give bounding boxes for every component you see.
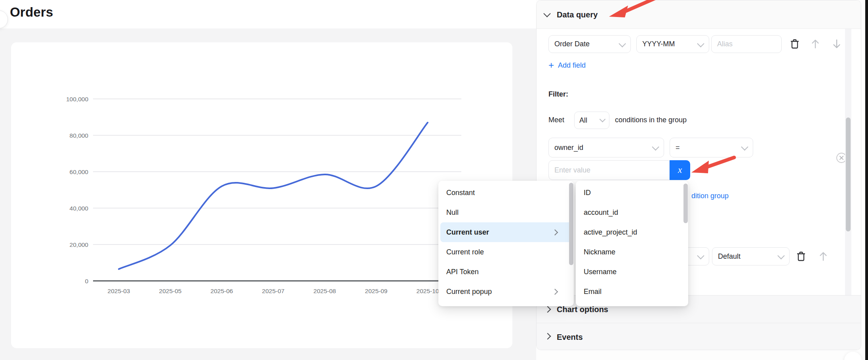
move-row-up-button[interactable]: [816, 249, 830, 263]
svg-text:2025-08: 2025-08: [314, 288, 336, 294]
arrow-down-icon: [832, 39, 842, 49]
orders-chart-card: 020,00040,00060,00080,000100,0002025-032…: [11, 42, 512, 348]
logic-select[interactable]: All: [574, 112, 609, 129]
svg-text:60,000: 60,000: [70, 169, 89, 175]
menu-item-label: Email: [584, 288, 602, 296]
submenu-item-account-id[interactable]: account_id: [576, 203, 688, 222]
svg-text:20,000: 20,000: [70, 241, 89, 248]
events-title: Events: [557, 332, 583, 341]
delete-row-button[interactable]: [794, 249, 808, 263]
menu-item-label: API Token: [446, 268, 479, 276]
field-select-value: Order Date: [554, 40, 590, 48]
chevron-down-icon: [652, 143, 659, 150]
menu-item-label: Current user: [446, 228, 489, 237]
chevron-down-icon: [600, 116, 606, 123]
alias-input[interactable]: Alias: [711, 35, 782, 53]
add-field-link[interactable]: + Add field: [548, 61, 586, 70]
svg-text:100,000: 100,000: [66, 96, 88, 102]
variable-x-label: x: [678, 165, 682, 175]
chevron-right-icon: [552, 229, 558, 235]
menu-item-label: active_project_id: [584, 228, 637, 237]
condition-value-input[interactable]: Enter value: [548, 160, 670, 180]
arrow-up-icon: [818, 251, 828, 261]
format-select[interactable]: YYYY-MM: [636, 35, 709, 53]
chevron-down-icon: [543, 10, 550, 17]
chevron-down-icon: [777, 252, 784, 259]
submenu-item-id[interactable]: ID: [576, 183, 688, 203]
condition-operator-select[interactable]: =: [670, 138, 753, 157]
menu-item-null[interactable]: Null: [438, 203, 574, 222]
panel-scrollbar-thumb[interactable]: [846, 117, 851, 231]
menu-item-label: ID: [584, 189, 591, 197]
chevron-right-icon: [544, 333, 551, 340]
add-field-label: Add field: [558, 61, 586, 70]
user-fields-submenu: ID account_id active_project_id Nickname…: [576, 181, 688, 306]
trash-icon: [796, 251, 806, 261]
window-edge: [865, 0, 868, 360]
menu-item-api-token[interactable]: API Token: [438, 262, 574, 282]
meet-prefix: Meet: [548, 116, 564, 124]
orders-line-chart: 020,00040,00060,00080,000100,0002025-032…: [11, 42, 512, 348]
menu-item-label: Username: [584, 268, 617, 276]
submenu-item-email[interactable]: Email: [576, 282, 688, 301]
alias-placeholder: Alias: [717, 40, 733, 48]
svg-text:2025-09: 2025-09: [365, 288, 388, 294]
field-select[interactable]: Order Date: [548, 35, 631, 53]
menu-item-label: Current popup: [446, 288, 492, 296]
menu-item-label: Current role: [446, 248, 484, 256]
svg-text:2025-07: 2025-07: [262, 288, 285, 294]
submenu-scrollbar-thumb[interactable]: [683, 184, 688, 223]
chevron-down-icon: [741, 143, 748, 150]
menu-item-label: Constant: [446, 189, 475, 197]
page-title: Orders: [10, 5, 53, 20]
chevron-down-icon: [697, 40, 704, 47]
submenu-item-nickname[interactable]: Nickname: [576, 242, 688, 262]
logic-select-value: All: [579, 116, 587, 125]
variable-menu: Constant Null Current user Current role …: [438, 181, 574, 306]
meet-suffix: conditions in the group: [615, 116, 687, 124]
menu-item-label: account_id: [584, 208, 618, 217]
condition-field-select[interactable]: owner_id: [548, 138, 664, 157]
move-field-down-button[interactable]: [830, 37, 844, 51]
trash-icon: [790, 39, 799, 49]
arrow-up-icon: [810, 39, 820, 49]
data-query-section-header[interactable]: Data query: [537, 0, 861, 29]
default-select-value: Default: [718, 252, 740, 261]
delete-field-button[interactable]: [788, 37, 802, 51]
filter-label: Filter:: [548, 90, 568, 99]
menu-item-label: Nickname: [584, 248, 615, 256]
submenu-item-active-project-id[interactable]: active_project_id: [576, 222, 688, 242]
menu-item-current-user[interactable]: Current user: [440, 222, 572, 242]
submenu-item-username[interactable]: Username: [576, 262, 688, 282]
plus-icon: +: [548, 61, 554, 70]
svg-text:80,000: 80,000: [70, 132, 89, 139]
chevron-down-icon: [619, 40, 626, 47]
default-select[interactable]: Default: [712, 247, 790, 265]
svg-text:2025-03: 2025-03: [108, 288, 130, 294]
chevron-down-icon: [697, 252, 704, 259]
svg-text:2025-10: 2025-10: [417, 288, 439, 294]
data-query-title: Data query: [557, 10, 598, 19]
svg-text:40,000: 40,000: [70, 205, 89, 212]
svg-text:2025-05: 2025-05: [159, 288, 182, 294]
add-condition-group-link[interactable]: dition group: [691, 192, 729, 200]
svg-text:0: 0: [85, 278, 88, 284]
menu-item-constant[interactable]: Constant: [438, 183, 574, 203]
chevron-right-icon: [544, 306, 551, 313]
events-section-header[interactable]: Events: [537, 323, 861, 350]
value-placeholder: Enter value: [554, 166, 590, 174]
svg-text:2025-06: 2025-06: [211, 288, 233, 294]
menu-item-current-role[interactable]: Current role: [438, 242, 574, 262]
screen: Orders 020,00040,00060,00080,000100,0002…: [0, 0, 868, 360]
menu-item-current-popup[interactable]: Current popup: [438, 282, 574, 301]
format-select-value: YYYY-MM: [642, 40, 675, 48]
menu-scrollbar-thumb[interactable]: [569, 183, 573, 265]
condition-operator-value: =: [676, 144, 680, 152]
condition-field-value: owner_id: [554, 144, 583, 152]
variable-selector-button[interactable]: x: [670, 160, 690, 180]
move-field-up-button[interactable]: [808, 37, 822, 51]
top-bar: [0, 0, 536, 28]
chevron-right-icon: [552, 288, 558, 295]
menu-item-label: Null: [446, 208, 459, 217]
